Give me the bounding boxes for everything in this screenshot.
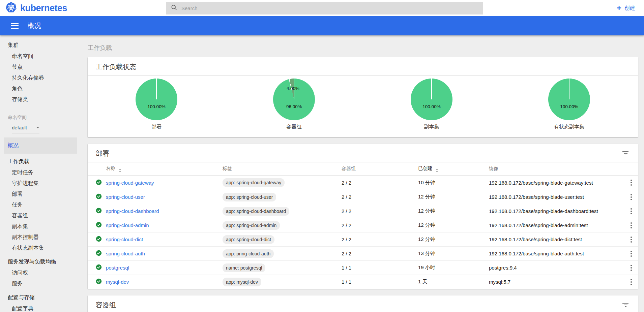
pie-chart: 100.00% xyxy=(411,79,452,120)
sidebar-workloads-group: 定时任务守护进程集部署任务容器组副本集副本控制器有状态副本集 xyxy=(0,167,78,253)
deployment-name-link[interactable]: spring-cloud-dict xyxy=(106,237,143,242)
label-chip: app: mysql-dev xyxy=(223,278,261,286)
pods-count: 1 / 1 xyxy=(342,265,418,271)
search-icon xyxy=(171,4,177,12)
row-menu-icon[interactable] xyxy=(630,193,633,201)
row-menu-icon[interactable] xyxy=(630,221,633,229)
image-name: mysql:5.7 xyxy=(489,279,624,285)
namespace-select[interactable]: default xyxy=(12,122,39,133)
pie-divider-line xyxy=(431,79,432,99)
pods-count: 2 / 2 xyxy=(342,194,418,200)
deployment-name-link[interactable]: spring-cloud-gateway xyxy=(106,180,154,186)
row-menu-icon[interactable] xyxy=(630,278,633,286)
sidebar-item[interactable]: 节点 xyxy=(0,62,78,72)
sidebar-item-config-storage[interactable]: 配置与存储 xyxy=(0,292,78,303)
pie-chart: 100.00% xyxy=(136,79,177,120)
sidebar-config-group: 配置字典 xyxy=(0,303,78,312)
sidebar-item[interactable]: 副本控制器 xyxy=(0,232,78,243)
column-header-created[interactable]: 已创建 xyxy=(418,165,489,172)
sidebar: 集群 命名空间节点持久化存储卷角色存储类 命名空间 default 概况 工作负… xyxy=(0,35,78,312)
status-ok-icon xyxy=(96,264,102,271)
column-header-images[interactable]: 镜像 xyxy=(489,166,624,172)
workload-status-card: 工作负载状态 100.00% 部署 4.00% 96.00% 容器 xyxy=(88,57,638,137)
sidebar-item[interactable]: 守护进程集 xyxy=(0,178,78,189)
row-menu-icon[interactable] xyxy=(630,236,633,244)
deployment-name-link[interactable]: spring-cloud-user xyxy=(106,194,145,200)
deployment-name-link[interactable]: mysql-dev xyxy=(106,279,129,285)
pie-percent-label-minor: 4.00% xyxy=(287,86,299,91)
label-chip: app: spring-cloud-dict xyxy=(223,235,274,244)
sidebar-discovery-group: 访问权服务 xyxy=(0,268,78,289)
table-row: postgresql name: postgresql 1 / 1 19 小时 … xyxy=(88,260,638,275)
filter-icon[interactable] xyxy=(621,150,630,157)
label-chip: app: pring-cloud-auth xyxy=(223,249,274,258)
pods-card: 容器组 xyxy=(88,295,638,312)
table-row: spring-cloud-auth app: pring-cloud-auth … xyxy=(88,246,638,260)
sidebar-item[interactable]: 角色 xyxy=(0,83,78,94)
pie-replica-sets: 100.00% 副本集 xyxy=(363,79,500,137)
pie-percent-label: 100.00% xyxy=(411,104,452,109)
deployment-name-link[interactable]: spring-cloud-auth xyxy=(106,251,145,256)
main-content: 工作负载 工作负载状态 100.00% 部署 4.00% xyxy=(78,35,644,312)
column-header-name[interactable]: 名称 xyxy=(106,165,223,172)
workload-status-charts: 100.00% 部署 4.00% 96.00% 容器组 100.00% xyxy=(88,76,638,137)
pie-title: 容器组 xyxy=(287,124,302,130)
sidebar-item[interactable]: 副本集 xyxy=(0,221,78,232)
row-menu-icon[interactable] xyxy=(630,250,633,258)
filter-icon[interactable] xyxy=(621,302,630,308)
label-chip: name: postgresql xyxy=(223,263,265,272)
status-ok-icon xyxy=(96,222,102,229)
deployment-name-link[interactable]: postgresql xyxy=(106,265,129,271)
created-age: 1 天 xyxy=(418,279,489,285)
row-menu-icon[interactable] xyxy=(630,179,633,187)
table-header-row: 名称 标签 容器组 已创建 镜像 xyxy=(88,162,638,176)
table-row: mysql-dev app: mysql-dev 1 / 1 1 天 mysql… xyxy=(88,275,638,289)
chevron-down-icon xyxy=(36,127,39,128)
status-ok-icon xyxy=(96,236,102,243)
search-bar[interactable] xyxy=(166,2,483,14)
logo-wordmark: kubernetes xyxy=(20,3,67,13)
hamburger-menu-icon[interactable] xyxy=(11,23,19,29)
sidebar-item[interactable]: 容器组 xyxy=(0,210,78,221)
sidebar-cluster-group: 命名空间节点持久化存储卷角色存储类 xyxy=(0,51,78,105)
search-input[interactable] xyxy=(181,5,478,11)
pie-chart: 4.00% 96.00% xyxy=(273,79,315,120)
column-header-pods[interactable]: 容器组 xyxy=(342,166,418,172)
table-row: spring-cloud-user app: spring-cloud-user… xyxy=(88,190,638,204)
sidebar-item[interactable]: 访问权 xyxy=(0,268,78,278)
deployments-table-body: spring-cloud-gateway app: spring-cloud-g… xyxy=(88,176,638,289)
sidebar-item[interactable]: 任务 xyxy=(0,199,78,210)
card-title: 容器组 xyxy=(96,301,116,309)
sidebar-item[interactable]: 有状态副本集 xyxy=(0,243,78,253)
sidebar-item[interactable]: 命名空间 xyxy=(0,51,78,62)
status-ok-icon xyxy=(96,278,102,285)
column-header-labels[interactable]: 标签 xyxy=(223,166,342,172)
sidebar-item[interactable]: 部署 xyxy=(0,189,78,199)
sidebar-item-overview[interactable]: 概况 xyxy=(4,137,77,154)
sidebar-item-discovery[interactable]: 服务发现与负载均衡 xyxy=(0,256,78,268)
sidebar-item[interactable]: 配置字典 xyxy=(0,303,78,312)
deployment-name-link[interactable]: spring-cloud-dashboard xyxy=(106,208,159,214)
status-ok-icon xyxy=(96,179,102,186)
row-menu-icon[interactable] xyxy=(630,207,633,215)
page-title: 工作负载 xyxy=(88,44,638,52)
row-menu-icon[interactable] xyxy=(630,264,633,272)
pods-count: 2 / 2 xyxy=(342,180,418,186)
create-button[interactable]: + 创建 xyxy=(617,5,635,12)
deployment-name-link[interactable]: spring-cloud-admin xyxy=(106,222,149,228)
label-chip: app: spring-cloud-gateway xyxy=(223,178,285,187)
sidebar-item[interactable]: 持久化存储卷 xyxy=(0,72,78,83)
pie-deployments: 100.00% 部署 xyxy=(88,79,225,137)
image-name: 192.168.0.172/base/spring-blade-user:tes… xyxy=(489,194,624,200)
top-bar: kubernetes + 创建 xyxy=(0,0,644,16)
sidebar-item[interactable]: 定时任务 xyxy=(0,167,78,178)
created-age: 10 分钟 xyxy=(418,180,489,186)
sidebar-item-workloads[interactable]: 工作负载 xyxy=(0,156,78,167)
kubernetes-logo[interactable]: kubernetes xyxy=(0,2,67,14)
sidebar-item[interactable]: 服务 xyxy=(0,278,78,289)
created-age: 19 小时 xyxy=(418,264,489,271)
sidebar-item-cluster[interactable]: 集群 xyxy=(0,39,78,51)
sidebar-item[interactable]: 存储类 xyxy=(0,94,78,105)
pie-percent-label: 100.00% xyxy=(136,104,177,109)
label-chip: app: spring-cloud-dashboard xyxy=(223,207,289,216)
